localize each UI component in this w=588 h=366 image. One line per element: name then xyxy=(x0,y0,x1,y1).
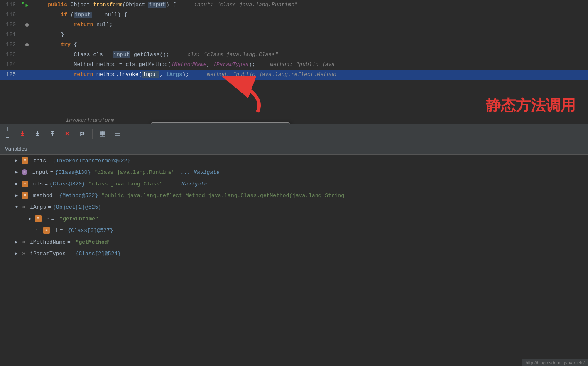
var-row-input[interactable]: ▶ p input = {Class@130} "class java.lang… xyxy=(0,166,588,178)
var-row-iparamtypes[interactable]: ▶ ∞ iParamTypes = {Class[2]@524} xyxy=(0,248,588,259)
var-icon-imethodname: ∞ xyxy=(22,239,25,245)
var-eq-iargs-1: = xyxy=(60,227,63,234)
code-line-124: 124 Method method = cls.getMethod(iMetho… xyxy=(0,60,588,70)
code-line-118: 118 ▶ ● public Object transform(Object i… xyxy=(0,0,588,10)
expand-input[interactable]: ▶ xyxy=(13,169,20,176)
var-value-method-ref: {Method@522} xyxy=(59,193,98,199)
table-view-button[interactable] xyxy=(96,127,109,140)
var-eq-iparamtypes: = xyxy=(67,251,71,257)
gutter-123 xyxy=(21,50,33,60)
var-row-iargs-0[interactable]: ▶ ≡ 0 = "getRuntime" xyxy=(0,213,588,224)
variables-header: Variables xyxy=(0,143,588,155)
var-eq-iargs-0: = xyxy=(51,216,55,222)
line-num-123: 123 xyxy=(0,50,21,60)
step-marker-122 xyxy=(25,43,29,46)
editor-area: 118 ▶ ● public Object transform(Object i… xyxy=(0,0,588,124)
gutter-119 xyxy=(21,10,33,20)
var-icon-iargs-0: ≡ xyxy=(35,215,42,222)
keyword-return-125: return xyxy=(74,71,93,78)
code-line-120: 120 return null; xyxy=(0,20,588,30)
debug-arrow-icon: ▶ xyxy=(25,2,28,8)
var-row-cls[interactable]: ▶ ≡ cls = {Class@320} "class java.lang.C… xyxy=(0,178,588,190)
step-over-button[interactable] xyxy=(31,127,44,140)
add-variable-button[interactable]: + xyxy=(3,125,12,134)
red-arrow xyxy=(145,75,311,124)
input-ref-123: input xyxy=(113,51,130,58)
var-eq-method: = xyxy=(54,193,58,199)
expand-method[interactable]: ▶ xyxy=(13,192,20,199)
line-content-124: Method method = cls.getMethod(iMethodNam… xyxy=(33,60,588,70)
gutter-121 xyxy=(21,30,33,40)
status-bar: http://blog.csdn.n...jsp/article/ xyxy=(522,359,588,366)
var-value-iargs-0: "getRuntime" xyxy=(56,216,98,222)
expand-iargs[interactable]: ▼ xyxy=(13,204,20,210)
line-content-122: try { xyxy=(33,40,588,50)
var-value-imethodname: "getMethod" xyxy=(72,239,111,245)
expand-iargs-0[interactable]: ▶ xyxy=(27,215,33,222)
var-value-iparamtypes: {Class[2]@524} xyxy=(72,251,121,257)
line-content-121: } xyxy=(33,30,588,40)
gutter-124 xyxy=(21,60,33,70)
list-view-button[interactable] xyxy=(111,127,124,140)
var-eq-iargs: = xyxy=(48,204,51,210)
var-row-method[interactable]: ▶ ≡ method = {Method@522} "public java.l… xyxy=(0,190,588,201)
var-value-method-str: "public java.lang.reflect.Method java.la… xyxy=(98,193,344,199)
step-out-button[interactable] xyxy=(46,127,59,140)
var-icon-cls: ≡ xyxy=(22,181,28,187)
var-name-this: this xyxy=(30,158,46,164)
stop-button[interactable] xyxy=(61,127,74,140)
var-name-iargs-1: 1 xyxy=(51,227,58,234)
method-transform: transform xyxy=(93,2,122,8)
var-name-method: method xyxy=(30,193,53,199)
main-layout: 118 ▶ ● public Object transform(Object i… xyxy=(0,0,588,366)
step-into-button[interactable] xyxy=(16,127,29,140)
inline-comment-124: method: "public java xyxy=(270,61,335,68)
expand-this[interactable]: ▶ xyxy=(13,157,20,164)
line-num-118: 118 xyxy=(0,0,21,10)
expand-iparamtypes[interactable]: ▶ xyxy=(13,250,20,257)
code-line-122: 122 try { xyxy=(0,40,588,50)
keyword-try: try xyxy=(61,41,70,48)
var-row-iargs-1[interactable]: ▶ ¹⁻ ≡ 1 = {Class[0]@527} xyxy=(0,224,588,236)
param-input-highlight: input xyxy=(148,2,166,8)
expand-imethodname[interactable]: ▶ xyxy=(13,239,20,245)
step-marker-120 xyxy=(25,23,29,27)
line-num-124: 124 xyxy=(0,60,21,70)
var-navigate-cls[interactable]: ... Navigate xyxy=(165,181,207,187)
variables-panel: Variables ▶ ≡ this = {InvokerTransformer… xyxy=(0,143,588,366)
var-eq-input: = xyxy=(50,169,54,176)
var-navigate-input[interactable]: ... Navigate xyxy=(177,169,219,176)
var-value-this: {InvokerTransformer@522} xyxy=(53,158,130,164)
var-eq-imethodname: = xyxy=(67,239,71,245)
run-to-cursor-button[interactable] xyxy=(76,127,89,140)
code-line-119: 119 if (input == null) { xyxy=(0,10,588,20)
var-icon-method: ≡ xyxy=(22,192,28,199)
toolbar-separator xyxy=(92,129,93,139)
var-row-this[interactable]: ▶ ≡ this = {InvokerTransformer@522} xyxy=(0,155,588,166)
var-eq-cls: = xyxy=(44,181,48,187)
code-line-123: 123 Class cls = input.getClass(); cls: "… xyxy=(0,50,588,60)
line-num-120: 120 xyxy=(0,20,21,30)
bottom-panel: + − xyxy=(0,124,588,366)
input-ref-125: input xyxy=(142,71,159,78)
keyword-if: if xyxy=(61,12,67,18)
var-row-iargs[interactable]: ▼ ∞ iArgs = {Object[2]@525} xyxy=(0,201,588,213)
var-name-imethodname: iMethodName xyxy=(27,239,66,245)
keyword-public: public xyxy=(48,2,67,8)
var-name-iargs: iArgs xyxy=(27,204,46,210)
remove-variable-button[interactable]: − xyxy=(3,134,12,142)
var-icon-iargs: ∞ xyxy=(22,204,25,210)
line-num-122: 122 xyxy=(0,40,21,50)
var-icon-input: p xyxy=(22,169,27,175)
gutter-120 xyxy=(21,20,33,30)
inline-comment-123: cls: "class java.lang.Class" xyxy=(187,51,278,58)
line-content-118: public Object transform(Object input) { … xyxy=(33,0,588,10)
keyword-return-120: return xyxy=(74,22,93,28)
var-icon-iargs-1: ¹⁻ xyxy=(35,228,40,233)
param-iparamtypes: iParamTypes xyxy=(213,61,249,68)
var-value-cls-str: "class java.lang.Class" xyxy=(85,181,163,187)
var-value-iargs-1: {Class[0]@527} xyxy=(64,227,113,234)
expand-cls[interactable]: ▶ xyxy=(13,181,20,187)
var-name-iargs-0: 0 xyxy=(43,216,50,222)
var-row-imethodname[interactable]: ▶ ∞ iMethodName = "getMethod" xyxy=(0,236,588,248)
